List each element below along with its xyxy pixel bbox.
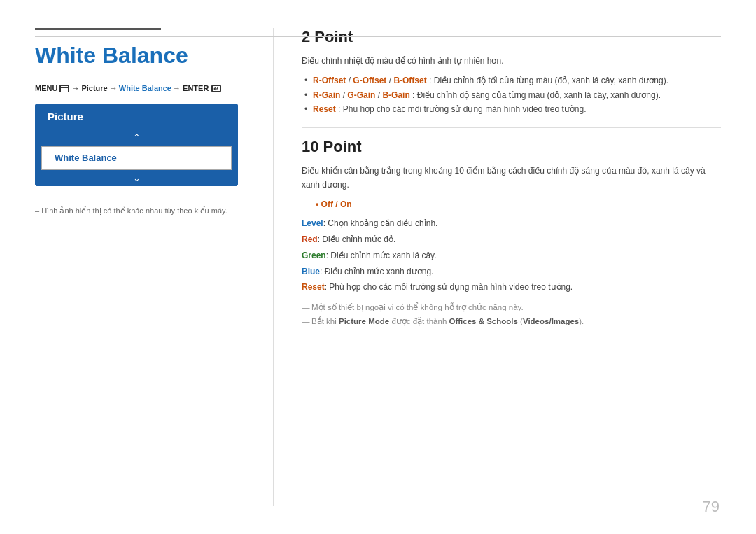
videos-images-term: Videos/Images bbox=[523, 317, 579, 325]
note-1-text: Một số thiết bị ngoại vi có thể không hỗ… bbox=[312, 303, 524, 311]
gain-desc: : Điều chỉnh độ sáng của từng màu (đỏ, x… bbox=[412, 90, 661, 100]
reset-desc-1: : Phù hợp cho các môi trường sử dụng màn… bbox=[338, 104, 587, 114]
g-gain-term: G-Gain bbox=[347, 90, 375, 100]
picture-menu-box: Picture ⌃ White Balance ⌄ bbox=[35, 104, 238, 186]
section2-description: Điều khiển cân bằng trắng trong khoảng 1… bbox=[302, 164, 721, 191]
blue-field: Blue: Điều chỉnh mức xanh dương. bbox=[302, 264, 721, 280]
green-desc: : Điều chỉnh mức xanh lá cây. bbox=[326, 251, 437, 260]
red-desc: : Điều chỉnh mức đỏ. bbox=[318, 234, 396, 244]
note-1: Một số thiết bị ngoại vi có thể không hỗ… bbox=[302, 301, 721, 315]
page-number: 79 bbox=[703, 498, 720, 516]
page-title: White Balance bbox=[35, 43, 252, 69]
r-gain-term: R-Gain bbox=[313, 90, 340, 100]
r-offset-term: R-Offset bbox=[313, 76, 346, 85]
menu-label: MENU bbox=[35, 84, 57, 92]
green-field: Green: Điều chỉnh mức xanh lá cây. bbox=[302, 248, 721, 264]
note-2: Bắt khi Picture Mode được đặt thành Offi… bbox=[302, 315, 721, 329]
left-divider bbox=[35, 199, 175, 199]
level-desc: : Chọn khoảng cần điều chỉnh. bbox=[323, 218, 438, 228]
right-column: 2 Point Điều chỉnh nhiệt độ màu để có hì… bbox=[295, 28, 721, 506]
section-divider bbox=[302, 127, 721, 128]
offset-desc: : Điều chỉnh độ tối của từng màu (đỏ, xa… bbox=[429, 76, 668, 85]
red-field: Red: Điều chỉnh mức đỏ. bbox=[302, 232, 721, 248]
list-item: R-Gain / G-Gain / B-Gain : Điều chỉnh độ… bbox=[313, 88, 721, 102]
menu-path: MENU → Picture → White Balance → ENTER bbox=[35, 84, 252, 92]
picture-menu-selected-item[interactable]: White Balance bbox=[41, 146, 232, 170]
b-offset-term: B-Offset bbox=[393, 76, 426, 85]
reset-term-2: Reset bbox=[302, 282, 325, 292]
section1-bullet-list: R-Offset / G-Offset / B-Offset : Điều ch… bbox=[313, 73, 721, 116]
section2-title: 10 Point bbox=[302, 138, 721, 156]
green-term: Green bbox=[302, 251, 326, 260]
section1-title: 2 Point bbox=[302, 28, 721, 46]
left-column: White Balance MENU → Picture → White Bal… bbox=[35, 28, 273, 506]
notes-section: Một số thiết bị ngoại vi có thể không hỗ… bbox=[302, 301, 721, 328]
top-rule bbox=[35, 36, 721, 37]
g-offset-term: G-Offset bbox=[353, 76, 386, 85]
sub-option: Off / On bbox=[316, 197, 721, 211]
white-balance-path: White Balance bbox=[119, 84, 172, 92]
off-on-option: Off / On bbox=[321, 199, 352, 209]
blue-term: Blue bbox=[302, 267, 320, 276]
level-field: Level: Chọn khoảng cần điều chỉnh. bbox=[302, 216, 721, 232]
column-divider bbox=[273, 28, 274, 506]
arrow-down-icon: ⌄ bbox=[35, 170, 238, 186]
reset-term-1: Reset bbox=[313, 104, 336, 114]
list-item: Reset : Phù hợp cho các môi trường sử dụ… bbox=[313, 102, 721, 116]
menu-icon bbox=[59, 85, 69, 92]
left-footnote: – Hình ảnh hiển thị có thể khác nhau tùy… bbox=[35, 206, 252, 216]
list-item: R-Offset / G-Offset / B-Offset : Điều ch… bbox=[313, 73, 721, 87]
arrow-up-icon: ⌃ bbox=[35, 129, 238, 146]
offices-schools-term: Offices & Schools bbox=[449, 317, 517, 325]
reset-field: Reset: Phù hợp cho các môi trường sử dụn… bbox=[302, 279, 721, 295]
b-gain-term: B-Gain bbox=[382, 90, 410, 100]
reset-desc-2: : Phù hợp cho các môi trường sử dụng màn… bbox=[325, 282, 573, 292]
title-rule bbox=[35, 28, 161, 30]
picture-menu-header: Picture bbox=[35, 104, 238, 129]
blue-desc: : Điều chỉnh mức xanh dương. bbox=[320, 267, 433, 276]
section1-description: Điều chỉnh nhiệt độ màu để có hình ảnh t… bbox=[302, 55, 721, 68]
red-term: Red bbox=[302, 234, 318, 244]
level-term: Level bbox=[302, 218, 323, 228]
picture-mode-term: Picture Mode bbox=[339, 317, 389, 325]
enter-icon bbox=[211, 85, 221, 92]
